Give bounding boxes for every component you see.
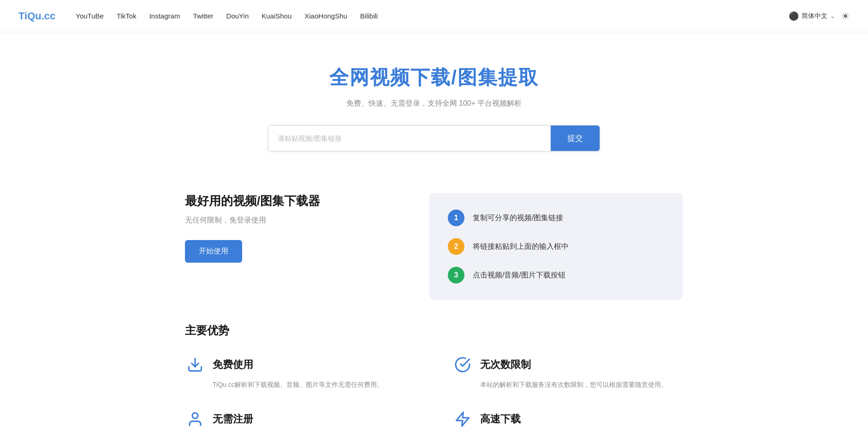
check-icon (452, 355, 473, 375)
svg-point-1 (192, 413, 198, 418)
download-icon (185, 355, 205, 375)
hero-section: 全网视频下载/图集提取 免费、快速、无需登录，支持全网 100+ 平台视频解析 … (0, 32, 868, 174)
main-content: 最好用的视频/图集下载器 无任何限制，免登录使用 开始使用 1复制可分享的视频/… (157, 193, 711, 300)
user-icon (185, 409, 205, 429)
nav-item-kuaishou[interactable]: KuaiShou (262, 12, 291, 20)
header-right: ⚫ 简体中文 ⌄ ☀ (789, 11, 850, 22)
logo[interactable]: TiQu.cc (18, 10, 55, 22)
chevron-down-icon: ⌄ (830, 13, 835, 19)
search-bar: 提交 (268, 125, 600, 151)
theme-toggle-button[interactable]: ☀ (841, 11, 850, 22)
nav-item-youtube[interactable]: YouTuBe (76, 12, 104, 20)
left-panel: 最好用的视频/图集下载器 无任何限制，免登录使用 开始使用 (185, 193, 402, 263)
advantage-header: 免费使用 (185, 355, 416, 375)
advantage-name: 无需注册 (213, 412, 253, 426)
nav-item-instagram[interactable]: Instagram (149, 12, 180, 20)
globe-icon: ⚫ (789, 11, 799, 21)
speed-icon (452, 409, 473, 429)
advantage-item-free: 免费使用TiQu.cc解析和下载视频、音频、图片等文件无需任何费用。 (185, 355, 416, 391)
step-number: 2 (448, 238, 464, 255)
step-text: 点击视频/音频/图片下载按钮 (473, 271, 565, 280)
advantage-item-unlimited: 无次数限制本站的解析和下载服务没有次数限制，您可以根据需要随意使用。 (452, 355, 683, 391)
advantage-name: 高速下载 (480, 412, 521, 426)
advantage-desc: 本站的解析和下载服务没有次数限制，您可以根据需要随意使用。 (480, 379, 683, 391)
lang-label: 简体中文 (802, 12, 827, 20)
step-number: 3 (448, 267, 464, 283)
advantage-header: 无次数限制 (452, 355, 683, 375)
nav-item-bilibili[interactable]: Bilibili (360, 12, 378, 20)
advantages-title: 主要优势 (185, 323, 683, 338)
step-text: 复制可分享的视频/图集链接 (473, 213, 563, 223)
nav-item-xiaohongshu[interactable]: XiaoHongShu (304, 12, 347, 20)
start-button[interactable]: 开始使用 (185, 240, 242, 263)
nav-item-douyin[interactable]: DouYin (226, 12, 249, 20)
header: TiQu.cc YouTuBeTikTokInstagramTwitterDou… (0, 0, 868, 32)
advantage-header: 高速下载 (452, 409, 683, 429)
step-item: 1复制可分享的视频/图集链接 (448, 210, 665, 226)
svg-marker-2 (457, 412, 469, 426)
language-selector[interactable]: ⚫ 简体中文 ⌄ (789, 11, 835, 21)
search-input[interactable] (268, 126, 551, 151)
nav-item-twitter[interactable]: Twitter (193, 12, 213, 20)
right-panel: 1复制可分享的视频/图集链接2将链接粘贴到上面的输入框中3点击视频/音频/图片下… (429, 193, 683, 300)
step-item: 3点击视频/音频/图片下载按钮 (448, 267, 665, 283)
panel-subtitle: 无任何限制，免登录使用 (185, 216, 402, 225)
step-item: 2将链接粘贴到上面的输入框中 (448, 238, 665, 255)
main-nav: YouTuBeTikTokInstagramTwitterDouYinKuaiS… (76, 12, 774, 20)
advantages-section: 主要优势 免费使用TiQu.cc解析和下载视频、音频、图片等文件无需任何费用。 … (157, 323, 711, 433)
panel-title: 最好用的视频/图集下载器 (185, 193, 402, 209)
advantage-header: 无需注册 (185, 409, 416, 429)
advantage-name: 无次数限制 (480, 358, 531, 372)
advantage-desc: TiQu.cc解析和下载视频、音频、图片等文件无需任何费用。 (213, 379, 416, 391)
step-text: 将链接粘贴到上面的输入框中 (473, 242, 569, 252)
advantage-name: 免费使用 (213, 358, 253, 372)
advantage-item-fast: 高速下载 (452, 409, 683, 433)
hero-subtitle: 免费、快速、无需登录，支持全网 100+ 平台视频解析 (9, 99, 859, 108)
step-number: 1 (448, 210, 464, 226)
advantage-item-nologin: 无需注册 (185, 409, 416, 433)
submit-button[interactable]: 提交 (551, 126, 600, 151)
hero-title: 全网视频下载/图集提取 (9, 65, 859, 90)
advantages-grid: 免费使用TiQu.cc解析和下载视频、音频、图片等文件无需任何费用。 无次数限制… (185, 355, 683, 433)
steps-list: 1复制可分享的视频/图集链接2将链接粘贴到上面的输入框中3点击视频/音频/图片下… (448, 210, 665, 283)
nav-item-tiktok[interactable]: TikTok (117, 12, 137, 20)
